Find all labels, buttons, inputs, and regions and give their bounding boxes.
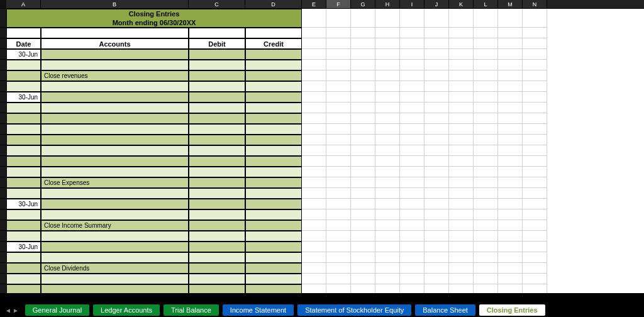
cell[interactable] <box>375 199 400 209</box>
cell[interactable] <box>375 274 400 284</box>
cell[interactable] <box>523 220 547 231</box>
cell[interactable] <box>474 81 498 92</box>
cell[interactable] <box>375 242 400 252</box>
date-cell[interactable] <box>6 209 41 220</box>
cell[interactable] <box>6 28 41 38</box>
cell[interactable] <box>474 156 498 167</box>
account-cell[interactable] <box>41 103 189 113</box>
date-cell[interactable] <box>6 70 41 81</box>
cell[interactable] <box>498 38 523 49</box>
row-header[interactable] <box>0 252 6 263</box>
column-header-G[interactable]: G <box>351 0 375 8</box>
debit-cell[interactable] <box>189 49 245 60</box>
cell[interactable] <box>498 242 523 252</box>
cell[interactable] <box>400 145 425 156</box>
cell[interactable] <box>375 81 400 92</box>
cell[interactable] <box>302 124 326 135</box>
cell[interactable] <box>375 252 400 263</box>
cell[interactable] <box>375 124 400 135</box>
credit-cell[interactable] <box>245 263 302 274</box>
cell[interactable] <box>351 81 375 92</box>
row-header[interactable] <box>0 199 6 209</box>
cell[interactable] <box>425 113 449 124</box>
column-header-C[interactable]: C <box>189 0 245 8</box>
row-header[interactable] <box>0 242 6 252</box>
credit-cell[interactable] <box>245 135 302 145</box>
cell[interactable] <box>425 92 449 103</box>
cell[interactable] <box>302 49 326 60</box>
cell[interactable] <box>351 231 375 242</box>
cell[interactable] <box>326 220 351 231</box>
debit-cell[interactable] <box>189 274 245 284</box>
cell[interactable] <box>498 274 523 284</box>
row-header[interactable] <box>0 113 6 124</box>
cell[interactable] <box>351 103 375 113</box>
cell[interactable] <box>449 38 474 49</box>
cell[interactable] <box>375 231 400 242</box>
cell[interactable] <box>375 49 400 60</box>
cell[interactable] <box>449 103 474 113</box>
date-cell[interactable] <box>6 263 41 274</box>
cell[interactable] <box>449 135 474 145</box>
row-header[interactable] <box>0 167 6 177</box>
cell[interactable] <box>375 113 400 124</box>
cell[interactable] <box>523 284 547 293</box>
date-cell[interactable]: 30-Jun <box>6 92 41 103</box>
cell[interactable] <box>425 38 449 49</box>
cell[interactable] <box>400 92 425 103</box>
cell[interactable] <box>449 28 474 38</box>
cell[interactable] <box>498 252 523 263</box>
cell[interactable] <box>425 145 449 156</box>
cell[interactable] <box>425 167 449 177</box>
cell[interactable] <box>474 28 498 38</box>
cell[interactable] <box>351 209 375 220</box>
row-header[interactable] <box>0 9 6 28</box>
cell[interactable] <box>326 103 351 113</box>
cell[interactable] <box>449 188 474 199</box>
date-cell[interactable] <box>6 167 41 177</box>
cell[interactable] <box>41 28 189 38</box>
cell[interactable] <box>351 70 375 81</box>
column-header-B[interactable]: B <box>41 0 189 8</box>
cell[interactable] <box>351 9 375 28</box>
column-header-N[interactable]: N <box>523 0 547 8</box>
cell[interactable] <box>523 263 547 274</box>
select-all-corner[interactable] <box>0 0 6 8</box>
cell[interactable] <box>474 49 498 60</box>
account-cell[interactable] <box>41 81 189 92</box>
sheet-tab-ledger-accounts[interactable]: Ledger Accounts <box>93 304 160 316</box>
cell[interactable] <box>474 92 498 103</box>
debit-cell[interactable] <box>189 220 245 231</box>
cell[interactable] <box>326 49 351 60</box>
cell[interactable] <box>523 135 547 145</box>
cell[interactable] <box>326 135 351 145</box>
cell[interactable] <box>474 113 498 124</box>
tab-nav-prev-icon[interactable]: ◄ <box>5 307 11 314</box>
cell[interactable] <box>326 199 351 209</box>
cell[interactable] <box>425 60 449 70</box>
cell[interactable] <box>351 242 375 252</box>
cell[interactable] <box>449 263 474 274</box>
cell[interactable] <box>498 231 523 242</box>
cell[interactable] <box>498 60 523 70</box>
debit-cell[interactable] <box>189 60 245 70</box>
debit-cell[interactable] <box>189 231 245 242</box>
date-cell[interactable]: 30-Jun <box>6 199 41 209</box>
row-header[interactable] <box>0 263 6 274</box>
column-header-I[interactable]: I <box>400 0 425 8</box>
credit-cell[interactable] <box>245 60 302 70</box>
cell[interactable] <box>449 167 474 177</box>
cell[interactable] <box>449 220 474 231</box>
cell[interactable] <box>400 220 425 231</box>
cell[interactable] <box>375 188 400 199</box>
cell[interactable] <box>400 177 425 188</box>
date-cell[interactable] <box>6 177 41 188</box>
credit-cell[interactable] <box>245 242 302 252</box>
credit-cell[interactable] <box>245 284 302 293</box>
cell[interactable] <box>326 60 351 70</box>
row-header[interactable] <box>0 28 6 38</box>
cell[interactable] <box>400 81 425 92</box>
cell[interactable] <box>425 49 449 60</box>
cell[interactable] <box>326 9 351 28</box>
cell[interactable] <box>523 81 547 92</box>
